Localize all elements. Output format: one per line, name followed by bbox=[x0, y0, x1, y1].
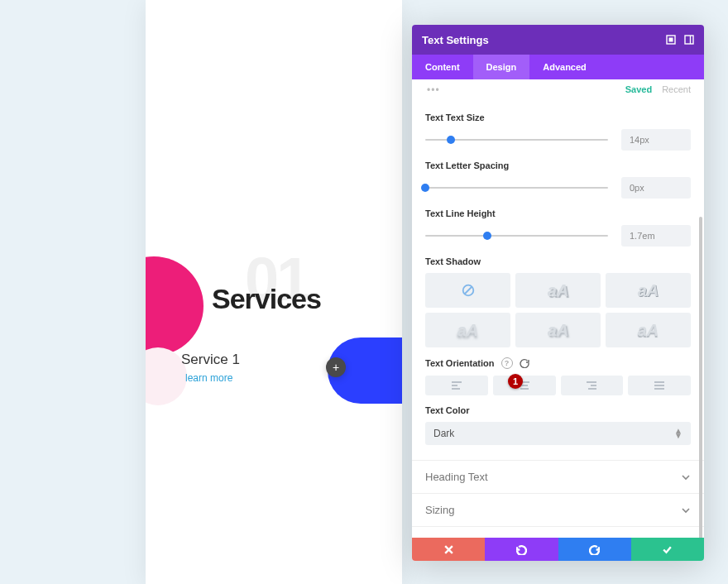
tab-content[interactable]: Content bbox=[412, 55, 473, 79]
settings-panel: Text Settings Content Design Advanced ••… bbox=[412, 25, 704, 561]
shadow-opt-4[interactable]: aA bbox=[515, 313, 601, 347]
shadow-opt-5[interactable]: aA bbox=[606, 313, 691, 347]
accordion: Heading Text Sizing Spacing bbox=[412, 460, 704, 538]
save-button[interactable] bbox=[631, 538, 704, 561]
svg-line-5 bbox=[464, 287, 472, 294]
reset-icon[interactable] bbox=[520, 358, 529, 368]
annotation-badge-1: 1 bbox=[508, 374, 523, 389]
accordion-heading-text-label: Heading Text bbox=[425, 471, 488, 483]
text-shadow-grid: aA aA aA aA aA bbox=[425, 273, 691, 347]
redo-icon bbox=[589, 544, 600, 555]
label-text-orientation-row: Text Orientation ? bbox=[425, 357, 691, 369]
shadow-opt-2[interactable]: aA bbox=[606, 273, 691, 308]
dock-icon[interactable] bbox=[684, 35, 694, 45]
service-title: Service 1 bbox=[181, 352, 240, 368]
undo-button[interactable] bbox=[485, 538, 558, 561]
tab-saved[interactable]: Saved bbox=[625, 84, 652, 94]
chevron-down-icon bbox=[681, 505, 691, 515]
select-arrows-icon: ▲▼ bbox=[674, 428, 682, 438]
label-line-height: Text Line Height bbox=[425, 208, 691, 218]
tab-design[interactable]: Design bbox=[473, 55, 530, 79]
letter-spacing-slider[interactable] bbox=[425, 187, 608, 189]
close-icon bbox=[443, 544, 454, 555]
shadow-opt-1[interactable]: aA bbox=[515, 273, 601, 308]
align-justify-button[interactable] bbox=[628, 376, 691, 395]
align-right-button[interactable] bbox=[561, 376, 624, 395]
accordion-sizing-label: Sizing bbox=[425, 504, 454, 516]
accordion-spacing-label: Spacing bbox=[425, 537, 464, 538]
page-canvas: 01 Services Service 1 learn more + bbox=[146, 0, 402, 584]
help-icon[interactable]: ? bbox=[501, 357, 513, 369]
section-heading: Services bbox=[212, 283, 321, 315]
line-height-slider[interactable] bbox=[425, 235, 608, 237]
shadow-none[interactable] bbox=[425, 273, 510, 308]
none-icon bbox=[461, 283, 476, 298]
align-center-button[interactable] bbox=[493, 376, 556, 395]
panel-tabs: Content Design Advanced bbox=[412, 55, 704, 79]
text-size-thumb[interactable] bbox=[447, 136, 455, 144]
text-size-value[interactable]: 14px bbox=[621, 129, 691, 151]
expand-icon[interactable] bbox=[666, 35, 676, 45]
tab-recent[interactable]: Recent bbox=[662, 84, 691, 94]
more-dots-icon[interactable]: ••• bbox=[427, 84, 440, 96]
text-size-slider[interactable] bbox=[425, 139, 608, 141]
align-justify-icon bbox=[654, 381, 665, 390]
panel-header: Text Settings bbox=[412, 25, 704, 55]
learn-more-link[interactable]: learn more bbox=[185, 372, 232, 384]
cancel-button[interactable] bbox=[412, 538, 485, 561]
shadow-opt-3[interactable]: aA bbox=[425, 313, 510, 347]
undo-icon bbox=[516, 544, 527, 555]
svg-rect-2 bbox=[685, 36, 693, 44]
decor-pink-circle bbox=[146, 256, 204, 356]
label-text-shadow: Text Shadow bbox=[425, 256, 691, 266]
scrollbar[interactable] bbox=[699, 217, 702, 538]
label-text-size: Text Text Size bbox=[425, 112, 691, 122]
accordion-spacing[interactable]: Spacing bbox=[412, 527, 704, 538]
align-left-button[interactable] bbox=[425, 376, 488, 395]
align-right-icon bbox=[586, 381, 597, 390]
panel-body: ••• Saved Recent Text Text Size 14px Tex… bbox=[412, 79, 704, 538]
svg-rect-1 bbox=[669, 38, 673, 41]
redo-button[interactable] bbox=[558, 538, 631, 561]
tab-advanced[interactable]: Advanced bbox=[529, 55, 600, 79]
line-height-thumb[interactable] bbox=[483, 232, 491, 240]
align-left-icon bbox=[451, 381, 462, 390]
panel-footer bbox=[412, 538, 704, 561]
accordion-sizing[interactable]: Sizing bbox=[412, 494, 704, 527]
add-module-button[interactable]: + bbox=[326, 357, 346, 377]
text-color-value: Dark bbox=[433, 428, 454, 439]
label-text-color: Text Color bbox=[425, 405, 691, 415]
letter-spacing-thumb[interactable] bbox=[421, 184, 429, 192]
panel-title: Text Settings bbox=[422, 34, 666, 46]
letter-spacing-value[interactable]: 0px bbox=[621, 177, 691, 199]
check-icon bbox=[662, 544, 673, 555]
text-color-select[interactable]: Dark ▲▼ bbox=[425, 422, 691, 445]
saved-recent-row: ••• Saved Recent bbox=[425, 79, 691, 103]
orientation-row: 1 bbox=[425, 376, 691, 395]
line-height-value[interactable]: 1.7em bbox=[621, 225, 691, 247]
label-letter-spacing: Text Letter Spacing bbox=[425, 160, 691, 170]
chevron-down-icon bbox=[681, 472, 691, 482]
accordion-heading-text[interactable]: Heading Text bbox=[412, 461, 704, 494]
label-text-orientation: Text Orientation bbox=[425, 358, 495, 368]
